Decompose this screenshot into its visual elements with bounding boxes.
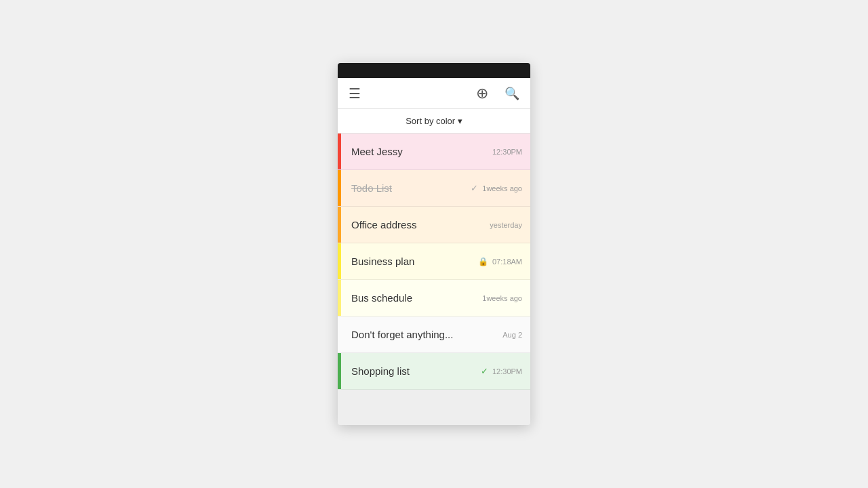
status-bar — [338, 63, 530, 78]
menu-icon: ☰ — [349, 85, 361, 102]
note-title: Shopping list — [346, 365, 481, 377]
note-time: 12:30PM — [492, 367, 522, 375]
note-color-bar — [338, 170, 341, 206]
note-time: 1weeks ago — [482, 184, 522, 192]
note-color-bar — [338, 317, 341, 352]
list-item[interactable]: Shopping list✓12:30PM — [338, 353, 530, 390]
note-title: Don't forget anything... — [346, 329, 502, 340]
search-icon: 🔍 — [505, 86, 519, 101]
note-color-bar — [338, 207, 341, 243]
note-meta: 🔒07:18AM — [478, 257, 522, 266]
note-meta: Aug 2 — [502, 331, 522, 339]
check-icon: ✓ — [471, 183, 478, 193]
note-meta: ✓1weeks ago — [471, 183, 522, 193]
note-title: Office address — [346, 219, 490, 230]
note-time: 12:30PM — [492, 148, 522, 156]
toolbar-right-icons: ⊕ 🔍 — [473, 82, 522, 105]
note-time: 1weeks ago — [482, 294, 522, 302]
note-color-bar — [338, 280, 341, 316]
list-item[interactable]: Todo List✓1weeks ago — [338, 170, 530, 207]
add-icon: ⊕ — [476, 85, 488, 102]
note-title: Business plan — [346, 256, 478, 267]
note-color-bar — [338, 134, 341, 169]
notes-list: Meet Jessy12:30PMTodo List✓1weeks agoOff… — [338, 134, 530, 390]
list-item[interactable]: Don't forget anything...Aug 2 — [338, 317, 530, 353]
note-color-bar — [338, 243, 341, 279]
add-button[interactable]: ⊕ — [473, 82, 491, 105]
note-title: Bus schedule — [346, 292, 482, 304]
list-item[interactable]: Business plan🔒07:18AM — [338, 243, 530, 280]
sort-bar[interactable]: Sort by color ▾ — [338, 109, 530, 134]
sort-label: Sort by color ▾ — [406, 116, 462, 126]
note-time: 07:18AM — [492, 258, 522, 266]
note-meta: yesterday — [490, 221, 522, 229]
lock-icon: 🔒 — [478, 257, 488, 266]
note-time: Aug 2 — [502, 331, 522, 339]
check-icon: ✓ — [481, 366, 488, 376]
list-item[interactable]: Bus schedule1weeks ago — [338, 280, 530, 317]
note-meta: 12:30PM — [492, 148, 522, 156]
toolbar: ☰ ⊕ 🔍 — [338, 78, 530, 109]
note-title: Meet Jessy — [346, 146, 492, 157]
phone-frame: ☰ ⊕ 🔍 Sort by color ▾ Meet Jessy12:30PMT… — [338, 63, 530, 425]
note-meta: ✓12:30PM — [481, 366, 522, 376]
note-title: Todo List — [346, 182, 471, 194]
note-time: yesterday — [490, 221, 522, 229]
note-meta: 1weeks ago — [482, 294, 522, 302]
list-item[interactable]: Office addressyesterday — [338, 207, 530, 243]
menu-button[interactable]: ☰ — [346, 83, 363, 104]
list-item[interactable]: Meet Jessy12:30PM — [338, 134, 530, 170]
bottom-area — [338, 390, 530, 425]
search-button[interactable]: 🔍 — [502, 83, 522, 104]
note-color-bar — [338, 353, 341, 389]
